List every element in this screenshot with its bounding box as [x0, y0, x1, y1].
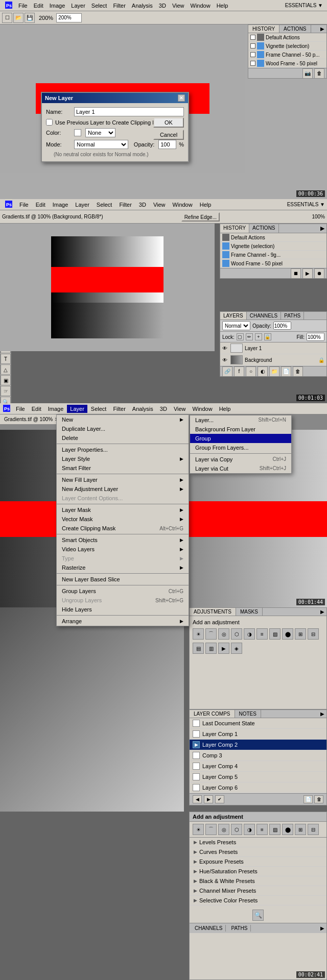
tab-layer-comps[interactable]: LAYER COMPS [190, 710, 235, 718]
menu3-edit[interactable]: Edit [29, 405, 44, 413]
tab-layers[interactable]: LAYERS [220, 312, 247, 320]
adj-b-icon-1[interactable]: ☀ [193, 824, 204, 835]
menu3-help[interactable]: Help [216, 405, 234, 413]
menu2-layer[interactable]: Layer [72, 201, 92, 209]
lcp-comp-3[interactable]: Comp 3 [190, 750, 326, 761]
menu2-view[interactable]: View [150, 201, 169, 209]
refine-edge-btn[interactable]: Refine Edge... [181, 212, 220, 222]
menu3-select[interactable]: Select [88, 405, 110, 413]
rp-tab-actions[interactable]: ACTIONS [249, 224, 278, 233]
tab-paths[interactable]: PATHS [281, 312, 304, 320]
menu3-image[interactable]: Image [45, 405, 67, 413]
lcp-menu-btn[interactable]: ▶ [318, 710, 326, 718]
layer-item-1[interactable]: 👁 Layer 1 [220, 342, 326, 354]
adj-channel-mix-icon[interactable]: ⊞ [295, 628, 306, 640]
tab-paths-bottom[interactable]: PATHS [228, 925, 251, 932]
menu2-filter[interactable]: Filter [116, 201, 134, 209]
opacity-input[interactable] [158, 140, 176, 149]
toolbar-save-btn[interactable]: 💾 [25, 13, 35, 23]
action-item-4[interactable]: Wood Frame - 50 pixel [248, 59, 326, 68]
group-layers-btn[interactable]: 📁 [269, 366, 279, 377]
menu3-file[interactable]: File [13, 405, 28, 413]
menu-help[interactable]: Help [214, 2, 231, 10]
rp-stop-btn[interactable]: ⏹ [291, 268, 301, 279]
cancel-button[interactable]: Cancel [153, 130, 184, 140]
eye-icon-1[interactable]: 👁 [222, 346, 228, 351]
type-tool[interactable]: T [1, 354, 11, 364]
lcp-comp-5[interactable]: Layer Comp 5 [190, 772, 326, 782]
blend-mode-select[interactable]: Normal [222, 321, 250, 330]
zoom-input[interactable]: 200% [56, 13, 82, 22]
toolbar-new-btn[interactable]: ☐ [2, 13, 12, 23]
menu-edit[interactable]: Edit [31, 2, 46, 10]
adj-gradient-map-icon[interactable]: ▶ [218, 643, 229, 654]
tab-masks[interactable]: MASKS [236, 608, 263, 616]
lcp-last-doc[interactable]: Last Document State [190, 718, 326, 729]
menu2-help[interactable]: Help [197, 201, 215, 209]
new-snapshot-btn[interactable]: 📷 [302, 68, 313, 79]
menu-file[interactable]: File [15, 2, 31, 10]
opacity-layers-input[interactable] [273, 322, 291, 330]
dialog-close-btn[interactable]: ✕ [178, 94, 185, 102]
adj-b-icon-9[interactable]: ⊞ [295, 824, 306, 835]
dd-smart-objects[interactable]: Smart Objects ▶ [57, 535, 189, 545]
dd-arrange[interactable]: Arrange ▶ [57, 617, 189, 626]
menu-ps[interactable]: Ps [2, 1, 15, 11]
dd-content-opts[interactable]: Layer Content Options... [57, 494, 189, 503]
adj-b-icon-3[interactable]: ◎ [218, 824, 229, 835]
dd-create-clipping[interactable]: Create Clipping Mask Alt+Ctrl+G [57, 524, 189, 533]
menu2-select[interactable]: Select [94, 201, 115, 209]
menu2-image[interactable]: Image [50, 201, 72, 209]
add-mask-btn[interactable]: ○ [246, 366, 256, 377]
panel-menu-btn[interactable]: ▶ [318, 25, 326, 33]
dd-new-layer-based-slice[interactable]: New Layer Based Slice [57, 575, 189, 584]
tab-adjustments[interactable]: ADJUSTMENTS [190, 608, 236, 616]
adj-color-balance-icon[interactable]: ≡ [256, 628, 268, 640]
fill-input[interactable] [307, 333, 324, 341]
lcp-comp-1[interactable]: Layer Comp 1 [190, 729, 326, 740]
dd-rasterize[interactable]: Rasterize ▶ [57, 563, 189, 572]
rp-item-1[interactable]: Default Actions [220, 233, 326, 242]
rp-play-btn[interactable]: ▶ [302, 268, 313, 279]
link-layers-btn[interactable]: 🔗 [222, 366, 232, 377]
adj-exposure-icon[interactable]: ◎ [218, 628, 229, 640]
menu2-3d[interactable]: 3D [136, 201, 149, 209]
adj-b-icon-8[interactable]: ⬤ [282, 824, 293, 835]
menu-analysis[interactable]: Analysis [129, 2, 156, 10]
dd-hide-layers[interactable]: Hide Layers [57, 605, 189, 614]
lock-all-btn[interactable]: 🔒 [264, 333, 271, 340]
lcp-next-btn[interactable]: ▶ [204, 795, 213, 803]
menu3-ps[interactable]: Ps [1, 404, 12, 414]
rp-menu-btn[interactable]: ▶ [318, 224, 326, 233]
adj-bw-icon[interactable]: ▨ [269, 628, 281, 640]
adj-b-icon-4[interactable]: ⬡ [231, 824, 242, 835]
lcp-comp-6[interactable]: Layer Comp 6 [190, 782, 326, 793]
ok-button[interactable]: OK [153, 117, 184, 128]
sub-via-copy[interactable]: Layer via Copy Ctrl+J [190, 455, 291, 464]
menu2-window[interactable]: Window [170, 201, 196, 209]
menu-image[interactable]: Image [46, 2, 68, 10]
tab-channels[interactable]: CHANNELS [247, 312, 281, 320]
preset-sel-color[interactable]: ▶ Selective Color Presets [190, 896, 326, 905]
rp-item-3[interactable]: Frame Channel - 9g... [220, 251, 326, 259]
menu-3d[interactable]: 3D [156, 2, 169, 10]
tab-history[interactable]: HISTORY [248, 25, 279, 33]
adj-posterize-icon[interactable]: ▤ [193, 643, 204, 654]
action-item-3[interactable]: Frame Channel - 50 p... [248, 51, 326, 59]
color-select[interactable]: None Red Orange [85, 128, 115, 137]
lcp-prev-btn[interactable]: ◀ [193, 795, 202, 803]
menu3-filter[interactable]: Filter [110, 405, 128, 413]
rp-tab-history[interactable]: HISTORY [220, 224, 249, 233]
adj-brightness-icon[interactable]: ☀ [193, 628, 204, 640]
dd-new-fill[interactable]: New Fill Layer ▶ [57, 475, 189, 484]
path-tool[interactable]: △ [1, 364, 11, 375]
lcp-create-btn[interactable]: 📄 [303, 795, 313, 803]
dd-layer-mask[interactable]: Layer Mask ▶ [57, 505, 189, 514]
adj-threshold-icon[interactable]: ▥ [205, 643, 217, 654]
channels-menu-btn[interactable]: ▶ [320, 925, 324, 931]
dd-layer-style[interactable]: Layer Style ▶ [57, 454, 189, 463]
menu2-edit[interactable]: Edit [33, 201, 49, 209]
adj-invert-icon[interactable]: ⊟ [308, 628, 319, 640]
sub-via-cut[interactable]: Layer via Cut Shift+Ctrl+J [190, 464, 291, 473]
sub-layer[interactable]: Layer... Shift+Ctrl+N [190, 415, 291, 425]
